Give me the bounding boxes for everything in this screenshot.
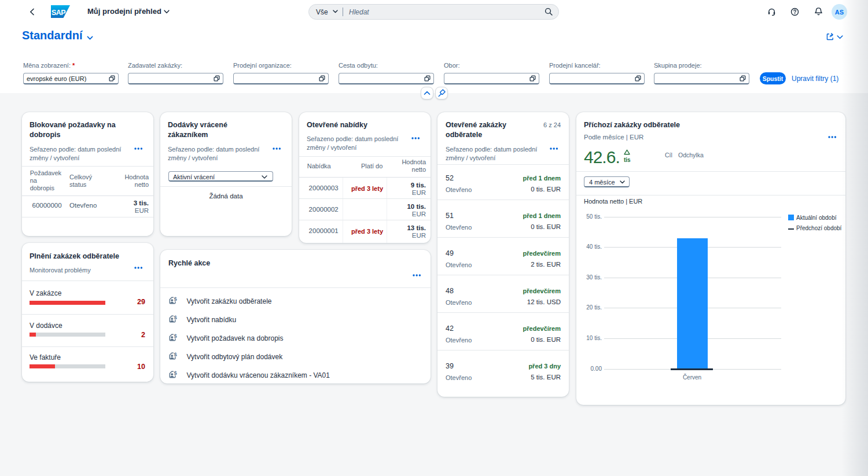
svg-text:SAP: SAP <box>52 9 65 17</box>
